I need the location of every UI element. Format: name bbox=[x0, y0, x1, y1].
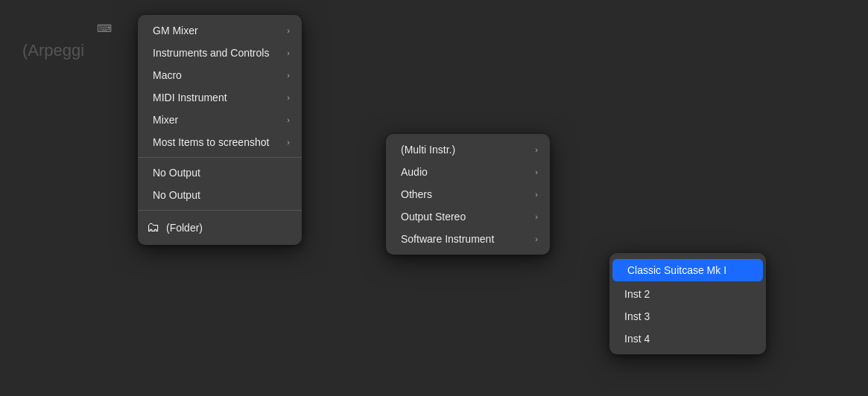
menu-item-most-items[interactable]: Most Items to screenshot › bbox=[138, 131, 302, 153]
menu-item-macro[interactable]: Macro › bbox=[138, 64, 302, 86]
chevron-icon: › bbox=[287, 26, 290, 35]
menu-3: Classic Suitcase Mk I Inst 2 Inst 3 Inst… bbox=[609, 253, 766, 354]
divider-2 bbox=[138, 210, 302, 211]
gm-mixer-label: GM Mixer bbox=[153, 25, 198, 36]
menu-1: GM Mixer › Instruments and Controls › Ma… bbox=[138, 15, 302, 245]
menu-item-others[interactable]: Others › bbox=[386, 183, 550, 205]
menu-item-inst3[interactable]: Inst 3 bbox=[609, 305, 766, 328]
menu-2: (Multi Instr.) › Audio › Others › Output… bbox=[386, 134, 550, 255]
folder-label: (Folder) bbox=[166, 222, 203, 234]
keyboard-icon: ⌨ bbox=[97, 22, 112, 34]
menu-item-instruments-controls[interactable]: Instruments and Controls › bbox=[138, 42, 302, 64]
multi-instr-label: (Multi Instr.) bbox=[401, 144, 455, 156]
instruments-controls-label: Instruments and Controls bbox=[153, 47, 269, 59]
folder-icon: 🗂 bbox=[147, 220, 160, 235]
menu-item-audio[interactable]: Audio › bbox=[386, 161, 550, 183]
output-stereo-label: Output Stereo bbox=[401, 211, 466, 223]
most-items-label: Most Items to screenshot bbox=[153, 136, 269, 148]
midi-instrument-label: MIDI Instrument bbox=[153, 92, 227, 103]
chevron-icon: › bbox=[535, 212, 538, 221]
menu-item-no-output-1[interactable]: No Output bbox=[138, 162, 302, 184]
mixer-label: Mixer bbox=[153, 114, 178, 126]
software-instrument-label: Software Instrument bbox=[401, 233, 494, 245]
chevron-icon: › bbox=[535, 145, 538, 154]
inst2-label: Inst 2 bbox=[624, 288, 650, 300]
menu-item-multi-instr[interactable]: (Multi Instr.) › bbox=[386, 138, 550, 161]
chevron-icon: › bbox=[287, 115, 290, 124]
menu-item-folder[interactable]: 🗂 (Folder) bbox=[138, 214, 302, 240]
no-output-2-label: No Output bbox=[153, 189, 200, 201]
chevron-icon: › bbox=[287, 93, 290, 102]
macro-label: Macro bbox=[153, 69, 182, 81]
chevron-icon: › bbox=[287, 48, 290, 57]
audio-label: Audio bbox=[401, 166, 428, 178]
inst4-label: Inst 4 bbox=[624, 333, 650, 345]
chevron-icon: › bbox=[535, 167, 538, 176]
menu-item-mixer[interactable]: Mixer › bbox=[138, 109, 302, 131]
others-label: Others bbox=[401, 188, 432, 200]
inst3-label: Inst 3 bbox=[624, 310, 650, 322]
chevron-icon: › bbox=[535, 190, 538, 199]
classic-suitcase-label: Classic Suitcase Mk I bbox=[627, 264, 726, 276]
menu-item-inst2[interactable]: Inst 2 bbox=[609, 283, 766, 305]
chevron-icon: › bbox=[287, 138, 290, 147]
chevron-icon: › bbox=[535, 234, 538, 243]
menu-item-gm-mixer[interactable]: GM Mixer › bbox=[138, 19, 302, 42]
menu-item-no-output-2[interactable]: No Output bbox=[138, 184, 302, 206]
chevron-icon: › bbox=[287, 71, 290, 80]
divider-1 bbox=[138, 157, 302, 158]
menu-item-software-instrument[interactable]: Software Instrument › bbox=[386, 228, 550, 250]
menu-item-inst4[interactable]: Inst 4 bbox=[609, 328, 766, 350]
project-name: (Arpeggi bbox=[22, 41, 84, 60]
toolbar-icon: ⌨ bbox=[97, 22, 112, 34]
menu-item-classic-suitcase[interactable]: Classic Suitcase Mk I bbox=[612, 259, 763, 281]
menu-item-midi-instrument[interactable]: MIDI Instrument › bbox=[138, 86, 302, 109]
no-output-1-label: No Output bbox=[153, 167, 200, 179]
menu-item-output-stereo[interactable]: Output Stereo › bbox=[386, 205, 550, 228]
